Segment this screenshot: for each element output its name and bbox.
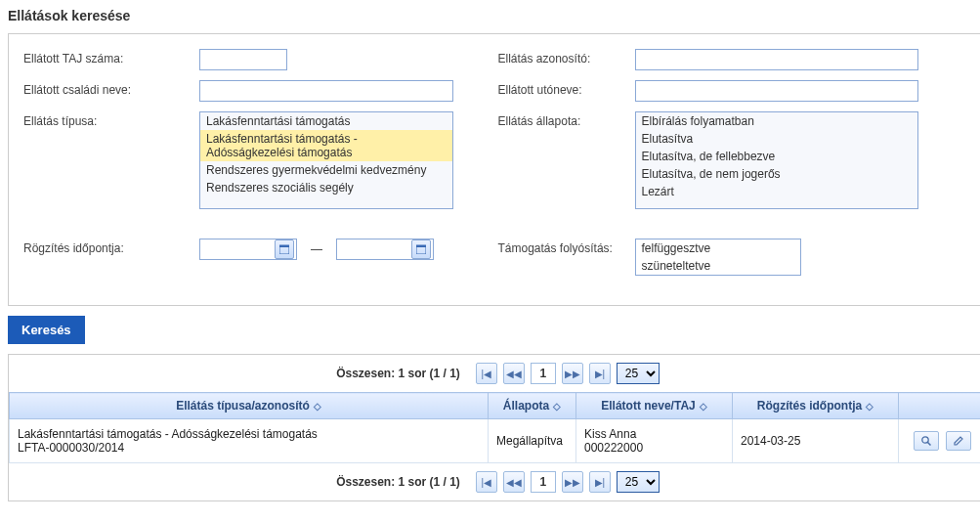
table-row: Lakásfenntartási támogatás - Adósságkeze… bbox=[10, 419, 981, 463]
edit-button[interactable] bbox=[946, 431, 971, 451]
type-listbox[interactable]: Lakásfenntartási támogatásLakásfenntartá… bbox=[199, 111, 453, 209]
pager-summary: Összesen: 1 sor (1 / 1) bbox=[336, 367, 460, 380]
rec-date-label: Rögzítés időpontja: bbox=[23, 239, 199, 255]
first-name-input[interactable] bbox=[635, 80, 918, 102]
col-name-taj[interactable]: Ellátott neve/TAJ◇ bbox=[576, 393, 733, 419]
family-name-input[interactable] bbox=[199, 80, 453, 102]
taj-input[interactable] bbox=[199, 49, 287, 70]
type-option[interactable]: Lakásfenntartási támogatás - Adósságkeze… bbox=[200, 130, 452, 161]
row-status: Megállapítva bbox=[489, 419, 576, 463]
view-button[interactable] bbox=[914, 431, 939, 451]
svg-rect-3 bbox=[416, 245, 426, 247]
id-input[interactable] bbox=[635, 49, 918, 70]
page-title: Ellátások keresése bbox=[8, 8, 980, 23]
page-size-select[interactable]: 25 bbox=[617, 471, 660, 493]
status-option[interactable]: Elutasítva, de fellebbezve bbox=[636, 148, 917, 165]
row-taj: 000222000 bbox=[584, 441, 724, 455]
pager-current-page: 1 bbox=[531, 471, 556, 493]
row-type: Lakásfenntartási támogatás - Adósságkeze… bbox=[18, 427, 480, 441]
pager-first-button[interactable]: |◀ bbox=[476, 471, 497, 493]
type-option[interactable]: Rendszeres szociális segély bbox=[200, 179, 452, 196]
date-separator: — bbox=[307, 242, 326, 256]
type-label: Ellátás típusa: bbox=[23, 111, 199, 128]
status-option[interactable]: Elbírálás folyamatban bbox=[636, 112, 917, 130]
id-label: Ellátás azonosító: bbox=[498, 49, 635, 65]
pager-next-button[interactable]: ▶▶ bbox=[562, 363, 583, 384]
sort-icon: ◇ bbox=[866, 401, 873, 412]
row-rec-date: 2014-03-25 bbox=[733, 419, 899, 463]
date-to-input[interactable] bbox=[337, 240, 411, 258]
svg-point-4 bbox=[922, 437, 928, 443]
row-id: LFTA-0000030/2014 bbox=[18, 441, 480, 455]
col-type-id[interactable]: Ellátás típusa/azonosító◇ bbox=[10, 393, 489, 419]
svg-line-5 bbox=[927, 443, 930, 446]
pay-option[interactable]: szüneteltetve bbox=[636, 257, 800, 275]
pager-bottom: Összesen: 1 sor (1 / 1) |◀ ◀◀ 1 ▶▶ ▶| 25 bbox=[9, 463, 980, 500]
pager-prev-button[interactable]: ◀◀ bbox=[503, 363, 525, 384]
sort-icon: ◇ bbox=[553, 401, 561, 412]
svg-rect-1 bbox=[279, 245, 289, 247]
taj-label: Ellátott TAJ száma: bbox=[23, 49, 199, 65]
pager-next-button[interactable]: ▶▶ bbox=[562, 471, 583, 493]
status-option[interactable]: Lezárt bbox=[636, 183, 917, 200]
sort-icon: ◇ bbox=[314, 401, 321, 412]
type-option[interactable]: Lakásfenntartási támogatás bbox=[200, 112, 452, 130]
status-listbox[interactable]: Elbírálás folyamatbanElutasítvaElutasítv… bbox=[635, 111, 918, 209]
sort-icon: ◇ bbox=[700, 401, 707, 412]
status-label: Ellátás állapota: bbox=[498, 111, 635, 128]
col-status[interactable]: Állapota◇ bbox=[489, 393, 576, 419]
first-name-label: Ellátott utóneve: bbox=[498, 80, 635, 97]
pay-listbox[interactable]: felfüggesztveszüneteltetve bbox=[635, 239, 801, 276]
search-button[interactable]: Keresés bbox=[8, 316, 85, 344]
results-panel: Összesen: 1 sor (1 / 1) |◀ ◀◀ 1 ▶▶ ▶| 25… bbox=[8, 354, 980, 501]
status-option[interactable]: Elutasítva bbox=[636, 130, 917, 148]
pager-summary: Összesen: 1 sor (1 / 1) bbox=[336, 475, 460, 489]
date-from-field[interactable] bbox=[199, 239, 297, 260]
pager-first-button[interactable]: |◀ bbox=[476, 363, 497, 384]
page-size-select[interactable]: 25 bbox=[617, 363, 660, 384]
date-to-field[interactable] bbox=[336, 239, 434, 260]
status-option[interactable]: Elutasítva, de nem jogerős bbox=[636, 165, 917, 183]
col-rec-date[interactable]: Rögzítés időpontja◇ bbox=[733, 393, 899, 419]
results-table: Ellátás típusa/azonosító◇ Állapota◇ Ellá… bbox=[9, 392, 980, 463]
pager-top: Összesen: 1 sor (1 / 1) |◀ ◀◀ 1 ▶▶ ▶| 25 bbox=[9, 355, 980, 392]
pay-label: Támogatás folyósítás: bbox=[498, 239, 635, 255]
date-from-input[interactable] bbox=[200, 240, 275, 258]
col-actions bbox=[899, 393, 981, 419]
type-option[interactable]: Rendszeres gyermekvédelmi kedvezmény bbox=[200, 161, 452, 179]
search-panel: Ellátott TAJ száma: Ellátás azonosító: E… bbox=[8, 33, 980, 306]
row-name: Kiss Anna bbox=[584, 427, 724, 441]
pay-option[interactable]: felfüggesztve bbox=[636, 239, 800, 257]
calendar-icon[interactable] bbox=[411, 239, 431, 259]
pager-last-button[interactable]: ▶| bbox=[589, 471, 611, 493]
pager-prev-button[interactable]: ◀◀ bbox=[503, 471, 525, 493]
calendar-icon[interactable] bbox=[275, 239, 294, 259]
family-name-label: Ellátott családi neve: bbox=[23, 80, 199, 97]
pager-current-page: 1 bbox=[531, 363, 556, 384]
pager-last-button[interactable]: ▶| bbox=[589, 363, 611, 384]
